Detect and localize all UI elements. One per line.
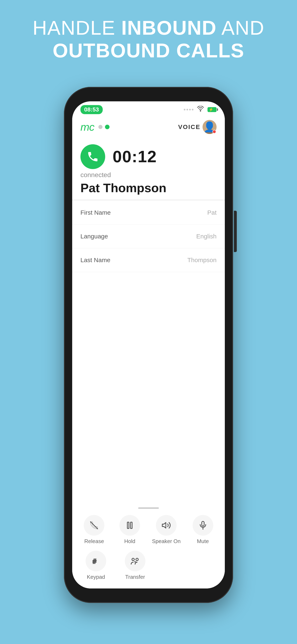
- svg-rect-6: [131, 522, 132, 528]
- hero-line1-end: AND: [217, 17, 265, 39]
- svg-rect-8: [202, 522, 204, 526]
- phone-mockup: 08:53 ⚡: [64, 87, 233, 603]
- info-section: First Name Pat Language English Last Nam…: [72, 201, 225, 352]
- call-top: 00:12: [80, 144, 217, 169]
- speaker-icon-circle: [156, 515, 177, 536]
- status-bar: 08:53 ⚡: [72, 101, 225, 116]
- status-dots: [98, 125, 109, 129]
- logo-area: mc: [80, 121, 109, 133]
- battery-icon: ⚡: [208, 107, 217, 112]
- info-field-language: Language English: [72, 224, 225, 248]
- hero-line1-light: HANDLE: [32, 17, 121, 39]
- status-dot-inactive: [98, 125, 102, 129]
- call-icon: [80, 144, 105, 169]
- hold-button[interactable]: Hold: [116, 515, 143, 544]
- info-field-firstname: First Name Pat: [72, 201, 225, 224]
- svg-text:#: #: [93, 558, 96, 564]
- hero-heading: HANDLE INBOUND AND OUTBOUND CALLS: [32, 16, 265, 62]
- call-timer: 00:12: [113, 147, 157, 166]
- recording-indicator: [212, 130, 216, 134]
- status-dot-active: [105, 125, 109, 129]
- transfer-icon: [130, 556, 140, 566]
- keypad-icon-circle: #: [86, 551, 106, 571]
- call-status: connected: [80, 171, 217, 179]
- svg-rect-5: [127, 522, 129, 528]
- info-label-lastname: Last Name: [80, 256, 110, 264]
- hold-icon-circle: [119, 515, 140, 536]
- release-label: Release: [84, 538, 104, 544]
- info-label-language: Language: [80, 233, 108, 240]
- wifi-icon: [197, 106, 204, 113]
- phone-frame: 08:53 ⚡: [64, 87, 233, 603]
- mute-label: Mute: [197, 538, 209, 544]
- voice-label: VOICE: [178, 124, 201, 130]
- keypad-icon: #: [91, 556, 101, 566]
- speaker-button[interactable]: Speaker On: [152, 515, 181, 544]
- svg-line-4: [90, 522, 98, 529]
- svg-marker-7: [162, 522, 166, 528]
- info-value-firstname: Pat: [207, 209, 217, 216]
- info-label-firstname: First Name: [80, 209, 111, 216]
- hero-line1-bold: INBOUND: [121, 17, 217, 39]
- release-icon: [89, 520, 99, 530]
- transfer-button[interactable]: Transfer: [122, 551, 148, 580]
- phone-screen: 08:53 ⚡: [72, 101, 225, 588]
- info-value-lastname: Thompson: [187, 256, 217, 264]
- action-row-2: # Keypad: [72, 549, 225, 588]
- hold-icon: [125, 520, 134, 530]
- mute-icon-circle: [193, 515, 213, 536]
- status-icons: ⚡: [184, 106, 217, 113]
- hero-line2-bold: OUTBOUND CALLS: [53, 40, 244, 62]
- speaker-label: Speaker On: [152, 538, 181, 544]
- release-icon-circle: [84, 515, 104, 536]
- app-header: mc VOICE: [72, 116, 225, 138]
- signal-icon: [184, 109, 194, 110]
- mute-button[interactable]: Mute: [190, 515, 216, 544]
- svg-point-11: [132, 558, 134, 560]
- svg-point-2: [207, 123, 212, 128]
- call-area: 00:12 connected Pat Thompson: [72, 138, 225, 199]
- speaker-icon: [162, 520, 171, 530]
- app-logo: mc: [80, 121, 94, 133]
- action-row-1: Release Hold: [72, 511, 225, 549]
- keypad-label: Keypad: [87, 574, 105, 580]
- voice-area: VOICE: [178, 120, 217, 134]
- keypad-button[interactable]: # Keypad: [82, 551, 109, 580]
- info-field-lastname: Last Name Thompson: [72, 248, 225, 272]
- svg-point-12: [136, 558, 138, 560]
- drag-bar: [138, 507, 159, 509]
- release-button[interactable]: Release: [81, 515, 107, 544]
- status-time: 08:53: [80, 105, 103, 114]
- svg-point-0: [200, 110, 201, 112]
- transfer-label: Transfer: [125, 574, 145, 580]
- avatar: [203, 120, 217, 134]
- hold-label: Hold: [124, 538, 135, 544]
- caller-name: Pat Thompson: [80, 181, 217, 195]
- info-value-language: English: [196, 233, 217, 240]
- transfer-icon-circle: [125, 551, 145, 571]
- drag-handle: [72, 503, 225, 511]
- mute-icon: [198, 520, 208, 530]
